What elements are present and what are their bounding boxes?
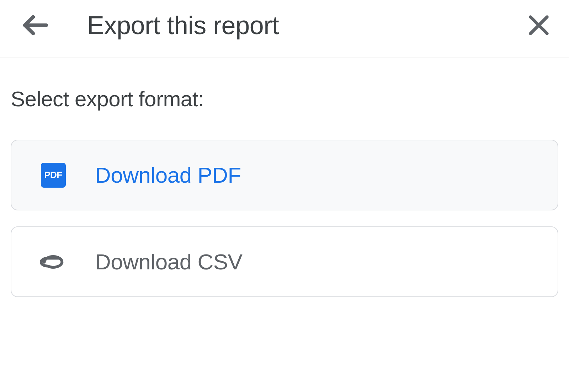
dialog-content: Select export format: PDF Download PDF D… bbox=[0, 58, 569, 324]
close-icon bbox=[526, 13, 551, 38]
dialog-header: Export this report bbox=[0, 0, 569, 58]
format-prompt: Select export format: bbox=[11, 87, 558, 111]
option-label: Download PDF bbox=[95, 162, 241, 188]
option-label: Download CSV bbox=[95, 249, 242, 274]
arrow-left-icon bbox=[21, 11, 50, 39]
dialog-title: Export this report bbox=[87, 11, 526, 40]
option-download-csv[interactable]: Download CSV bbox=[11, 226, 558, 297]
attachment-icon bbox=[40, 248, 67, 276]
close-button[interactable] bbox=[526, 13, 551, 38]
pdf-icon: PDF bbox=[41, 163, 66, 188]
option-icon-container: PDF bbox=[40, 162, 67, 188]
back-button[interactable] bbox=[21, 11, 50, 39]
option-icon-container bbox=[40, 248, 67, 275]
option-download-pdf[interactable]: PDF Download PDF bbox=[11, 140, 558, 210]
pdf-icon-text: PDF bbox=[44, 170, 62, 181]
